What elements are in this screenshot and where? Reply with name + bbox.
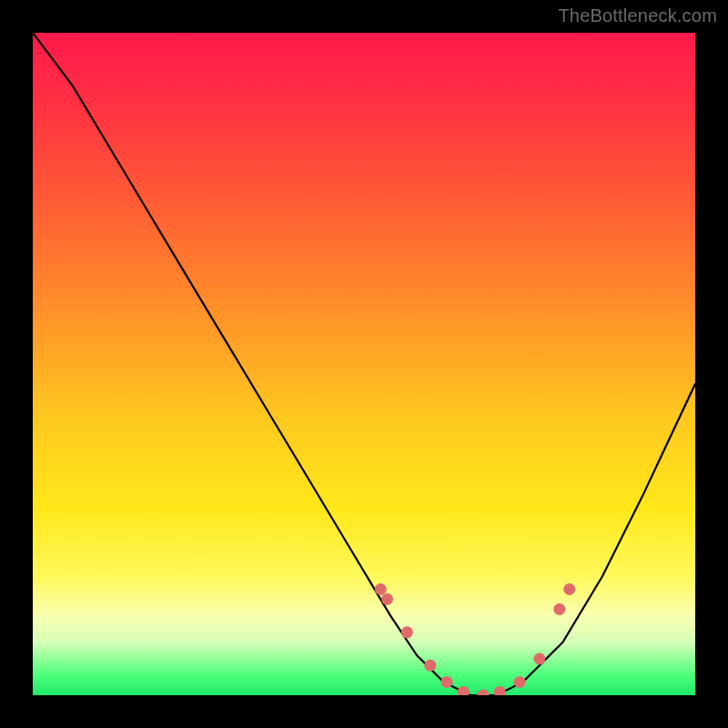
- marker-group: [375, 583, 576, 695]
- marker-dot: [375, 583, 387, 595]
- main-curve: [33, 33, 695, 695]
- plot-area: [33, 33, 695, 695]
- marker-dot: [441, 676, 453, 688]
- watermark-text: TheBottleneck.com: [558, 5, 717, 26]
- marker-dot: [401, 626, 413, 638]
- marker-dot: [381, 593, 393, 605]
- marker-dot: [458, 686, 470, 695]
- curve-layer: [33, 33, 695, 695]
- marker-dot: [533, 653, 545, 665]
- marker-dot: [553, 603, 565, 615]
- marker-dot: [514, 676, 526, 688]
- marker-dot: [494, 686, 506, 695]
- marker-dot: [424, 660, 436, 672]
- chart-frame: TheBottleneck.com: [0, 0, 728, 728]
- marker-dot: [563, 583, 575, 595]
- marker-dot: [478, 690, 490, 696]
